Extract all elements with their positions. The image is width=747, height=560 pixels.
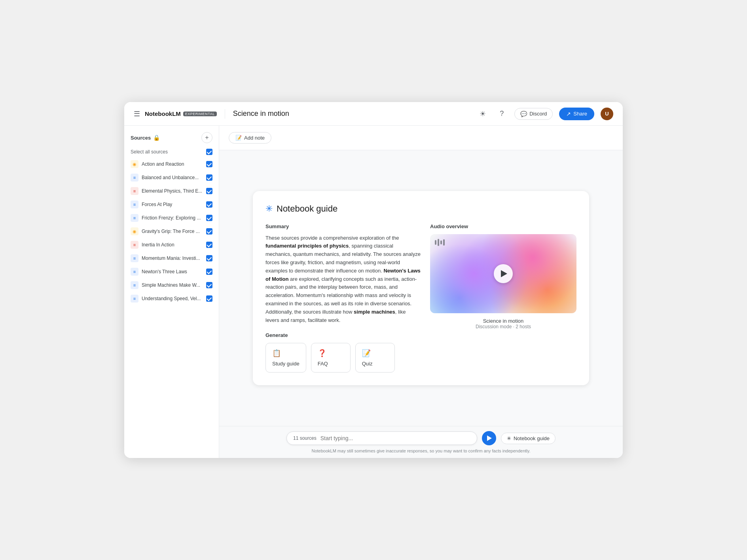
source-item[interactable]: ◉ Gravity's Grip: The Force ... [124, 225, 219, 238]
notebook-guide-button[interactable]: ✳ Notebook guide [501, 433, 556, 444]
source-checkbox[interactable] [206, 161, 212, 167]
menu-icon[interactable]: ☰ [134, 110, 140, 118]
audio-info: Science in motion Discussion mode · 2 ho… [430, 318, 576, 329]
source-checkbox[interactable] [206, 174, 212, 181]
app-header: ☰ NotebookLM EXPERIMENTAL Science in mot… [124, 102, 623, 126]
source-icon: ≡ [131, 254, 138, 262]
source-left: ≡ Balanced and Unbalance... [131, 174, 203, 182]
wave-bar-3 [440, 240, 442, 244]
send-icon [487, 435, 492, 441]
share-icon: ↗ [566, 111, 571, 117]
source-item[interactable]: ≡ Friction Frenzy: Exploring ... [124, 211, 219, 225]
select-all-row: Select all sources [124, 146, 219, 157]
source-name: Momentum Mania: Investi... [142, 255, 200, 261]
source-checkbox[interactable] [206, 188, 212, 194]
wave-bar-2 [438, 239, 439, 246]
guide-card: ✳ Notebook guide Summary These sources p… [253, 191, 589, 386]
source-left: ≡ Understanding Speed, Vel... [131, 295, 203, 303]
source-name: Newton's Three Laws [142, 269, 187, 274]
logo-area: NotebookLM EXPERIMENTAL [145, 110, 217, 117]
logo-text: NotebookLM [145, 110, 181, 117]
chat-input-wrapper: 11 sources [286, 431, 477, 445]
source-name: Friction Frenzy: Exploring ... [142, 215, 201, 221]
avatar[interactable]: U [601, 108, 613, 120]
sources-label: Sources [131, 135, 151, 141]
send-button[interactable] [482, 431, 496, 445]
audio-visual [430, 234, 576, 313]
gen-btn-label: FAQ [318, 361, 328, 367]
sidebar-header: Sources 🔒 + [124, 126, 219, 146]
source-checkbox[interactable] [206, 255, 212, 261]
discord-label: Discord [529, 111, 547, 117]
generate-study-guide-button[interactable]: 📋 Study guide [265, 343, 306, 373]
source-checkbox[interactable] [206, 269, 212, 275]
notebook-guide-star-icon: ✳ [507, 435, 511, 441]
guide-title-text: Notebook guide [277, 204, 337, 214]
source-name: Inertia In Action [142, 242, 174, 248]
discord-button[interactable]: 💬 Discord [514, 108, 553, 120]
source-item[interactable]: ≡ Simple Machines Make W... [124, 278, 219, 292]
header-right: ☀ ? 💬 Discord ↗ Share U [476, 108, 613, 120]
sources-privacy-icon: 🔒 [153, 134, 160, 141]
source-icon: ≡ [131, 187, 138, 195]
source-left: ≡ Forces At Play [131, 201, 203, 208]
source-item[interactable]: ≡ Inertia In Action [124, 238, 219, 252]
source-item[interactable]: ≡ Understanding Speed, Vel... [124, 292, 219, 305]
gen-btn-label: Quiz [362, 361, 373, 367]
source-item[interactable]: ≡ Momentum Mania: Investi... [124, 252, 219, 265]
source-item[interactable]: ≡ Elemental Physics, Third E... [124, 184, 219, 198]
avatar-initials: U [605, 111, 609, 117]
source-left: ◉ Gravity's Grip: The Force ... [131, 227, 203, 235]
theme-toggle-icon[interactable]: ☀ [476, 108, 489, 120]
source-icon: ≡ [131, 214, 138, 222]
chat-input[interactable] [320, 435, 470, 441]
source-item[interactable]: ◉ Action and Reaction [124, 157, 219, 171]
source-item[interactable]: ≡ Newton's Three Laws [124, 265, 219, 278]
source-icon: ◉ [131, 160, 138, 168]
add-note-button[interactable]: 📝 Add note [229, 132, 271, 144]
source-checkbox[interactable] [206, 201, 212, 208]
source-left: ≡ Friction Frenzy: Exploring ... [131, 214, 203, 222]
source-checkbox[interactable] [206, 215, 212, 221]
source-left: ≡ Simple Machines Make W... [131, 281, 203, 289]
source-checkbox[interactable] [206, 228, 212, 235]
source-icon: ≡ [131, 295, 138, 303]
source-name: Forces At Play [142, 202, 172, 207]
discord-icon: 💬 [520, 111, 527, 117]
notebook-title: Science in motion [233, 110, 289, 118]
experimental-badge: EXPERIMENTAL [183, 112, 217, 116]
audio-play-button[interactable] [494, 264, 513, 283]
source-checkbox[interactable] [206, 242, 212, 248]
source-checkbox[interactable] [206, 295, 212, 302]
generate-quiz-button[interactable]: 📝 Quiz [355, 343, 395, 373]
summary-text: These sources provide a comprehensive ex… [265, 234, 421, 325]
generate-faq-button[interactable]: ❓ FAQ [311, 343, 351, 373]
source-icon: ≡ [131, 174, 138, 182]
help-icon[interactable]: ? [495, 108, 508, 120]
source-item[interactable]: ≡ Balanced and Unbalance... [124, 171, 219, 184]
source-name: Elemental Physics, Third E... [142, 188, 202, 194]
main-content: Sources 🔒 + Select all sources ◉ Action … [124, 126, 623, 458]
gen-btn-icon: ❓ [318, 349, 326, 358]
audio-waveform [435, 239, 445, 246]
bottom-bar: 11 sources ✳ Notebook guide NotebookLM m… [219, 426, 623, 458]
source-checkbox[interactable] [206, 282, 212, 288]
gen-btn-label: Study guide [272, 361, 300, 367]
generate-section: Generate 📋 Study guide ❓ FAQ 📝 Quiz [265, 332, 421, 373]
source-item[interactable]: ≡ Forces At Play [124, 198, 219, 211]
summary-intro: These sources provide a comprehensive ex… [265, 235, 399, 241]
generate-buttons: 📋 Study guide ❓ FAQ 📝 Quiz [265, 343, 421, 373]
select-all-label: Select all sources [131, 149, 168, 155]
share-button[interactable]: ↗ Share [559, 108, 594, 120]
source-name: Gravity's Grip: The Force ... [142, 229, 200, 234]
source-left: ≡ Elemental Physics, Third E... [131, 187, 203, 195]
source-icon: ≡ [131, 268, 138, 276]
header-left: ☰ NotebookLM EXPERIMENTAL Science in mot… [134, 109, 289, 119]
add-source-button[interactable]: + [201, 132, 212, 143]
notebook-guide-icon: ✳ [265, 204, 273, 214]
guide-card-body: Summary These sources provide a comprehe… [265, 223, 576, 373]
source-icon: ◉ [131, 227, 138, 235]
source-name: Action and Reaction [142, 161, 184, 167]
select-all-checkbox[interactable] [206, 149, 212, 155]
play-icon [501, 270, 507, 277]
